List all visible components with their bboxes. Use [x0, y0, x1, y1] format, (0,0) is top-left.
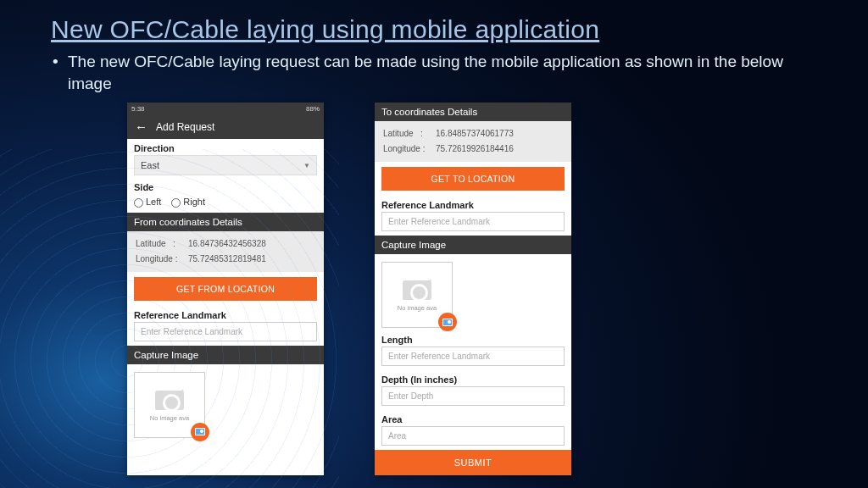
depth-input[interactable]: Enter Depth [381, 386, 565, 406]
picture-icon [195, 428, 205, 435]
no-image-text: No image ava [398, 304, 437, 312]
to-coords-panel: Latitude :16.84857374061773 Longitude :7… [375, 121, 571, 162]
side-label: Side [134, 182, 317, 192]
slide-bullet: The new OFC/Cable laying request can be … [0, 44, 868, 94]
appbar-title: Add Request [156, 121, 214, 133]
to-coords-header: To coordinates Details [375, 103, 571, 121]
back-icon[interactable]: ← [135, 120, 147, 133]
get-to-location-button[interactable]: GET TO LOCATION [381, 167, 565, 191]
reference-input[interactable]: Enter Reference Landmark [134, 322, 317, 341]
status-bar: 5:38 88% [127, 103, 324, 114]
area-input[interactable]: Area [381, 426, 565, 446]
camera-off-icon [403, 278, 431, 300]
reference-label: Reference Landmark [134, 310, 317, 320]
lat-value: 16.84857374061773 [436, 127, 514, 141]
lat-label: Latitude : [383, 127, 434, 141]
status-time: 5:38 [131, 105, 145, 113]
lon-label: Longitude : [136, 252, 186, 266]
camera-off-icon [155, 388, 184, 410]
chevron-down-icon: ▼ [303, 162, 310, 169]
capture-image-header: Capture Image [127, 346, 324, 364]
capture-image-header: Capture Image [375, 236, 571, 254]
lat-label: Latitude : [136, 237, 186, 251]
direction-label: Direction [134, 143, 317, 153]
radio-left-label: Left [146, 197, 161, 207]
depth-label: Depth (In inches) [381, 374, 565, 385]
lon-label: Longitude : [383, 142, 434, 156]
status-battery: 88% [306, 105, 320, 113]
radio-right-label: Right [183, 197, 205, 207]
submit-button[interactable]: SUBMIT [375, 450, 571, 475]
image-placeholder[interactable]: No image ava [381, 262, 453, 328]
from-coords-header: From coordinates Details [127, 213, 324, 231]
pick-image-button[interactable] [438, 313, 457, 331]
length-label: Length [381, 335, 565, 345]
reference-input[interactable]: Enter Reference Landmark [381, 212, 565, 231]
pick-image-button[interactable] [191, 423, 209, 441]
get-from-location-button[interactable]: GET FROM LOCATION [134, 277, 317, 301]
radio-left[interactable] [134, 198, 143, 208]
no-image-text: No image ava [150, 414, 189, 422]
radio-right[interactable] [171, 198, 181, 208]
screenshot-right: To coordinates Details Latitude :16.8485… [375, 103, 571, 475]
slide-title: New OFC/Cable laying using mobile applic… [0, 0, 868, 44]
from-coords-panel: Latitude :16.84736432456328 Longitude :7… [127, 231, 324, 272]
lat-value: 16.84736432456328 [188, 237, 266, 251]
reference-label: Reference Landmark [381, 200, 565, 210]
screenshot-left: 5:38 88% ← Add Request Direction East ▼ … [127, 103, 324, 475]
lon-value: 75.72619926184416 [436, 142, 514, 156]
picture-icon [442, 319, 453, 326]
length-input[interactable]: Enter Reference Landmark [381, 347, 565, 366]
area-label: Area [381, 414, 565, 424]
direction-select[interactable]: East ▼ [134, 155, 317, 175]
lon-value: 75.72485312819481 [188, 252, 266, 266]
app-bar: ← Add Request [127, 114, 324, 139]
image-placeholder[interactable]: No image ava [134, 372, 205, 438]
direction-value: East [141, 160, 159, 170]
